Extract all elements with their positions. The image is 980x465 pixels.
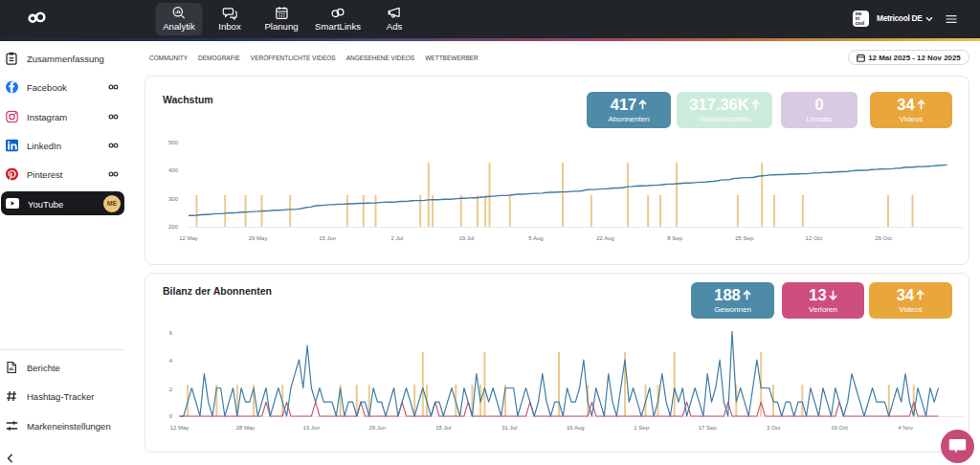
svg-text:0: 0 <box>169 413 173 419</box>
svg-text:22 Aug: 22 Aug <box>596 235 614 241</box>
svg-text:400: 400 <box>168 167 179 173</box>
svg-text:15 Jul: 15 Jul <box>435 425 451 431</box>
svg-text:29 Jun: 29 Jun <box>368 425 386 431</box>
svg-text:28 May: 28 May <box>236 425 256 431</box>
svg-text:6: 6 <box>169 330 173 336</box>
svg-text:1 Sep: 1 Sep <box>634 425 649 431</box>
svg-text:8 Sep: 8 Sep <box>667 235 682 241</box>
svg-text:13 Jun: 13 Jun <box>302 425 320 431</box>
svg-text:15 Jun: 15 Jun <box>319 235 336 241</box>
svg-text:25 Sep: 25 Sep <box>735 235 754 241</box>
svg-text:29 May: 29 May <box>249 235 268 241</box>
svg-text:17 Sep: 17 Sep <box>699 425 718 431</box>
svg-text:29 Oct: 29 Oct <box>875 235 892 241</box>
svg-text:19 Jul: 19 Jul <box>458 235 474 241</box>
svg-text:500: 500 <box>168 140 179 145</box>
svg-text:3 Oct: 3 Oct <box>767 425 781 431</box>
svg-text:19 Oct: 19 Oct <box>831 425 848 431</box>
svg-text:12 May: 12 May <box>170 425 189 431</box>
svg-text:31 Jul: 31 Jul <box>501 425 517 431</box>
svg-text:4: 4 <box>169 358 173 364</box>
svg-text:4 Nov: 4 Nov <box>898 425 913 431</box>
svg-text:16 Aug: 16 Aug <box>567 425 585 431</box>
svg-text:12 May: 12 May <box>179 235 198 241</box>
svg-text:12 Oct: 12 Oct <box>806 235 823 241</box>
svg-text:200: 200 <box>168 224 179 230</box>
svg-text:2: 2 <box>169 387 173 392</box>
svg-text:300: 300 <box>168 196 179 202</box>
svg-text:5 Aug: 5 Aug <box>528 235 543 241</box>
svg-text:2 Jul: 2 Jul <box>390 235 403 241</box>
